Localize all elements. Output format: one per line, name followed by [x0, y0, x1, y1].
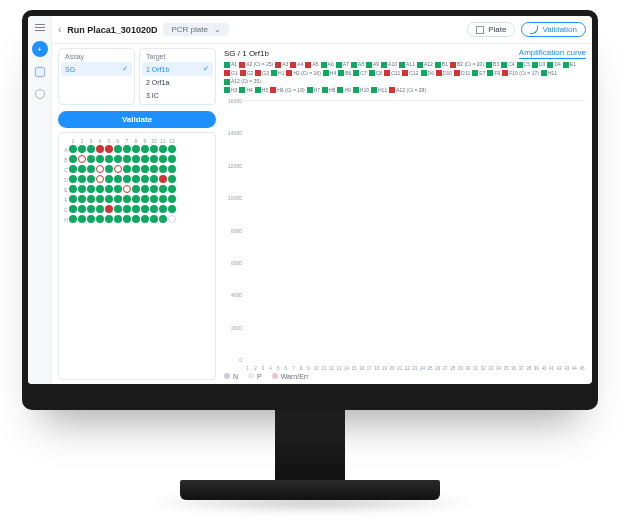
rail-list-icon[interactable]: [33, 87, 47, 101]
well[interactable]: [96, 195, 104, 203]
well[interactable]: [78, 175, 86, 183]
well[interactable]: [132, 145, 140, 153]
well[interactable]: [78, 185, 86, 193]
well-chip[interactable]: E7: [472, 70, 485, 77]
well-chip[interactable]: A5: [305, 61, 318, 68]
well[interactable]: [159, 145, 167, 153]
well-chip[interactable]: D4: [547, 61, 560, 68]
well[interactable]: [150, 145, 158, 153]
well[interactable]: [123, 185, 131, 193]
well-chip[interactable]: A12 (Ct = 28): [389, 87, 426, 94]
well[interactable]: [132, 205, 140, 213]
well[interactable]: [87, 185, 95, 193]
well-chip[interactable]: A3: [275, 61, 288, 68]
well[interactable]: [78, 215, 86, 223]
well-chip[interactable]: A12 (Ct = 35): [224, 78, 261, 85]
well-chip[interactable]: F9: [487, 70, 500, 77]
validate-button[interactable]: Validate: [58, 111, 216, 128]
well-chip[interactable]: H5: [255, 87, 268, 94]
plate-type-dropdown[interactable]: PCR plate ⌄: [163, 23, 228, 36]
well-chip[interactable]: B2 (Ct = 20): [450, 61, 484, 68]
well[interactable]: [114, 175, 122, 183]
well-chip[interactable]: A2 (Ct = 25): [239, 61, 273, 68]
well-chip[interactable]: C5: [517, 61, 530, 68]
well[interactable]: [87, 175, 95, 183]
well[interactable]: [123, 155, 131, 163]
well[interactable]: [168, 175, 176, 183]
well-chip[interactable]: H8: [322, 87, 335, 94]
well[interactable]: [105, 155, 113, 163]
well[interactable]: [141, 185, 149, 193]
well-chip[interactable]: H4: [239, 87, 252, 94]
well[interactable]: [123, 205, 131, 213]
well-chip[interactable]: H9: [337, 87, 350, 94]
well[interactable]: [123, 145, 131, 153]
back-caret[interactable]: ‹: [58, 24, 61, 35]
well[interactable]: [150, 185, 158, 193]
well[interactable]: [132, 165, 140, 173]
rail-plate-icon[interactable]: [33, 65, 47, 79]
well-chip[interactable]: A10: [381, 61, 397, 68]
well[interactable]: [159, 155, 167, 163]
plate-view-button[interactable]: Plate: [467, 22, 515, 37]
well-chip[interactable]: C11: [384, 70, 400, 77]
well[interactable]: [105, 185, 113, 193]
well-chip[interactable]: H10: [353, 87, 369, 94]
well-chip[interactable]: D10: [436, 70, 452, 77]
well[interactable]: [96, 145, 104, 153]
well[interactable]: [78, 145, 86, 153]
well[interactable]: [69, 145, 77, 153]
well[interactable]: [150, 215, 158, 223]
well-chip[interactable]: D6: [421, 70, 434, 77]
well-chip[interactable]: G2: [240, 70, 254, 77]
well-chip[interactable]: G1: [224, 70, 238, 77]
well[interactable]: [114, 145, 122, 153]
well[interactable]: [123, 215, 131, 223]
well[interactable]: [150, 175, 158, 183]
well[interactable]: [141, 145, 149, 153]
well[interactable]: [69, 175, 77, 183]
well[interactable]: [168, 155, 176, 163]
well[interactable]: [105, 145, 113, 153]
list-item[interactable]: 1 Orf1b: [142, 62, 213, 76]
well[interactable]: [123, 175, 131, 183]
well-chip[interactable]: H2 (Ct = 18): [286, 70, 320, 77]
well[interactable]: [78, 205, 86, 213]
well[interactable]: [141, 155, 149, 163]
well-chip[interactable]: D3: [532, 61, 545, 68]
well[interactable]: [123, 195, 131, 203]
well-chip[interactable]: C7: [353, 70, 366, 77]
well[interactable]: [114, 155, 122, 163]
well-chip[interactable]: A6: [321, 61, 334, 68]
well[interactable]: [168, 205, 176, 213]
well[interactable]: [96, 155, 104, 163]
well[interactable]: [159, 165, 167, 173]
well[interactable]: [78, 165, 86, 173]
well-chip[interactable]: C8: [369, 70, 382, 77]
well[interactable]: [141, 205, 149, 213]
well-chip[interactable]: H1: [271, 70, 284, 77]
well-chip[interactable]: B1: [435, 61, 448, 68]
well[interactable]: [105, 175, 113, 183]
well[interactable]: [69, 195, 77, 203]
well[interactable]: [132, 175, 140, 183]
well[interactable]: [114, 205, 122, 213]
list-item[interactable]: SG: [61, 62, 132, 76]
well[interactable]: [141, 165, 149, 173]
well-chip[interactable]: B3: [486, 61, 499, 68]
well-chip[interactable]: E1: [563, 61, 576, 68]
well-chip[interactable]: A12: [417, 61, 433, 68]
add-button[interactable]: +: [32, 41, 48, 57]
well[interactable]: [159, 175, 167, 183]
well[interactable]: [168, 215, 176, 223]
well[interactable]: [105, 195, 113, 203]
well[interactable]: [150, 155, 158, 163]
well-chip[interactable]: C12: [402, 70, 418, 77]
well[interactable]: [168, 165, 176, 173]
well-chip[interactable]: B6: [338, 70, 351, 77]
well[interactable]: [132, 215, 140, 223]
well[interactable]: [114, 215, 122, 223]
well[interactable]: [96, 185, 104, 193]
well[interactable]: [132, 185, 140, 193]
list-item[interactable]: 2 Orf1a: [142, 76, 213, 89]
